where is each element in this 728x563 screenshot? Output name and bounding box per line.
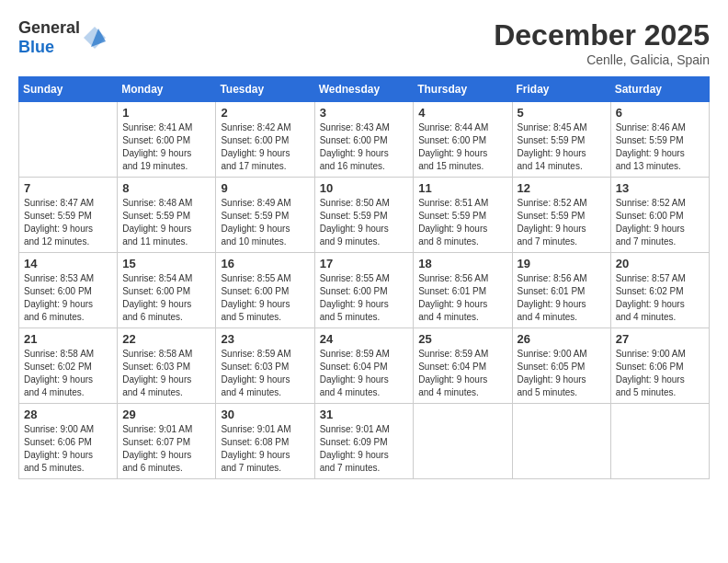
day-number: 27	[616, 332, 704, 346]
calendar-cell: 25Sunrise: 8:59 AM Sunset: 6:04 PM Dayli…	[414, 328, 512, 404]
logo-text: General Blue	[18, 18, 80, 57]
calendar-cell: 11Sunrise: 8:51 AM Sunset: 5:59 PM Dayli…	[414, 178, 512, 253]
week-row-3: 14Sunrise: 8:53 AM Sunset: 6:00 PM Dayli…	[19, 253, 710, 328]
week-row-2: 7Sunrise: 8:47 AM Sunset: 5:59 PM Daylig…	[19, 178, 710, 253]
calendar-cell: 13Sunrise: 8:52 AM Sunset: 6:00 PM Dayli…	[610, 178, 709, 253]
calendar-cell: 2Sunrise: 8:42 AM Sunset: 6:00 PM Daylig…	[216, 102, 314, 178]
day-info: Sunrise: 8:44 AM Sunset: 6:00 PM Dayligh…	[418, 121, 506, 173]
calendar-cell: 24Sunrise: 8:59 AM Sunset: 6:04 PM Dayli…	[314, 328, 414, 404]
day-info: Sunrise: 8:41 AM Sunset: 6:00 PM Dayligh…	[122, 121, 210, 173]
location-title: Cenlle, Galicia, Spain	[494, 52, 710, 67]
day-number: 1	[122, 106, 210, 120]
day-info: Sunrise: 9:01 AM Sunset: 6:07 PM Dayligh…	[122, 423, 210, 475]
day-number: 4	[418, 106, 506, 120]
day-number: 22	[122, 332, 210, 346]
day-info: Sunrise: 8:52 AM Sunset: 6:00 PM Dayligh…	[616, 197, 704, 248]
calendar-cell: 1Sunrise: 8:41 AM Sunset: 6:00 PM Daylig…	[118, 102, 216, 178]
calendar-cell: 30Sunrise: 9:01 AM Sunset: 6:08 PM Dayli…	[216, 404, 314, 479]
day-info: Sunrise: 8:55 AM Sunset: 6:00 PM Dayligh…	[320, 272, 409, 324]
calendar-cell: 10Sunrise: 8:50 AM Sunset: 5:59 PM Dayli…	[314, 178, 414, 253]
day-number: 23	[221, 332, 309, 346]
day-info: Sunrise: 8:59 AM Sunset: 6:04 PM Dayligh…	[418, 348, 506, 399]
day-info: Sunrise: 8:52 AM Sunset: 5:59 PM Dayligh…	[518, 197, 606, 248]
day-number: 29	[122, 408, 210, 421]
day-info: Sunrise: 8:57 AM Sunset: 6:02 PM Dayligh…	[616, 272, 704, 324]
day-info: Sunrise: 8:59 AM Sunset: 6:03 PM Dayligh…	[221, 348, 309, 399]
calendar-cell: 8Sunrise: 8:48 AM Sunset: 5:59 PM Daylig…	[118, 178, 216, 253]
day-info: Sunrise: 8:46 AM Sunset: 5:59 PM Dayligh…	[616, 121, 704, 173]
calendar-cell: 18Sunrise: 8:56 AM Sunset: 6:01 PM Dayli…	[414, 253, 512, 328]
day-info: Sunrise: 8:56 AM Sunset: 6:01 PM Dayligh…	[418, 272, 506, 324]
day-info: Sunrise: 8:55 AM Sunset: 6:00 PM Dayligh…	[221, 272, 309, 324]
day-info: Sunrise: 9:00 AM Sunset: 6:05 PM Dayligh…	[518, 348, 606, 399]
day-info: Sunrise: 9:01 AM Sunset: 6:08 PM Dayligh…	[221, 423, 309, 475]
day-number: 16	[221, 257, 309, 270]
logo: General Blue	[18, 18, 108, 57]
day-info: Sunrise: 8:45 AM Sunset: 5:59 PM Dayligh…	[518, 121, 606, 173]
day-number: 6	[616, 106, 704, 120]
day-info: Sunrise: 8:50 AM Sunset: 5:59 PM Dayligh…	[320, 197, 409, 248]
day-number: 12	[518, 181, 606, 195]
weekday-header-tuesday: Tuesday	[216, 77, 314, 102]
day-info: Sunrise: 8:47 AM Sunset: 5:59 PM Dayligh…	[24, 197, 112, 248]
calendar-cell: 9Sunrise: 8:49 AM Sunset: 5:59 PM Daylig…	[216, 178, 314, 253]
day-info: Sunrise: 9:01 AM Sunset: 6:09 PM Dayligh…	[320, 423, 409, 475]
day-number: 3	[320, 106, 409, 120]
day-number: 5	[518, 106, 606, 120]
day-info: Sunrise: 8:43 AM Sunset: 6:00 PM Dayligh…	[320, 121, 409, 173]
day-info: Sunrise: 8:53 AM Sunset: 6:00 PM Dayligh…	[24, 272, 112, 324]
calendar-cell: 21Sunrise: 8:58 AM Sunset: 6:02 PM Dayli…	[19, 328, 118, 404]
day-number: 15	[122, 257, 210, 270]
day-number: 7	[24, 181, 112, 195]
calendar-table: SundayMondayTuesdayWednesdayThursdayFrid…	[18, 76, 710, 479]
day-info: Sunrise: 8:54 AM Sunset: 6:00 PM Dayligh…	[122, 272, 210, 324]
day-info: Sunrise: 8:51 AM Sunset: 5:59 PM Dayligh…	[418, 197, 506, 248]
calendar-cell: 7Sunrise: 8:47 AM Sunset: 5:59 PM Daylig…	[19, 178, 118, 253]
day-number: 30	[221, 408, 309, 421]
calendar-cell: 26Sunrise: 9:00 AM Sunset: 6:05 PM Dayli…	[512, 328, 610, 404]
weekday-header-row: SundayMondayTuesdayWednesdayThursdayFrid…	[19, 77, 710, 102]
calendar-cell: 31Sunrise: 9:01 AM Sunset: 6:09 PM Dayli…	[314, 404, 414, 479]
day-info: Sunrise: 8:56 AM Sunset: 6:01 PM Dayligh…	[518, 272, 606, 324]
week-row-1: 1Sunrise: 8:41 AM Sunset: 6:00 PM Daylig…	[19, 102, 710, 178]
day-number: 9	[221, 181, 309, 195]
day-number: 10	[320, 181, 409, 195]
day-number: 28	[24, 408, 112, 421]
day-number: 20	[616, 257, 704, 270]
weekday-header-sunday: Sunday	[19, 77, 118, 102]
calendar-cell: 5Sunrise: 8:45 AM Sunset: 5:59 PM Daylig…	[512, 102, 610, 178]
weekday-header-thursday: Thursday	[414, 77, 512, 102]
weekday-header-wednesday: Wednesday	[314, 77, 414, 102]
day-info: Sunrise: 8:58 AM Sunset: 6:03 PM Dayligh…	[122, 348, 210, 399]
day-number: 24	[320, 332, 409, 346]
day-number: 11	[418, 181, 506, 195]
day-info: Sunrise: 8:48 AM Sunset: 5:59 PM Dayligh…	[122, 197, 210, 248]
day-info: Sunrise: 9:00 AM Sunset: 6:06 PM Dayligh…	[24, 423, 112, 475]
day-number: 26	[518, 332, 606, 346]
calendar-cell: 20Sunrise: 8:57 AM Sunset: 6:02 PM Dayli…	[610, 253, 709, 328]
calendar-cell: 16Sunrise: 8:55 AM Sunset: 6:00 PM Dayli…	[216, 253, 314, 328]
calendar-cell: 6Sunrise: 8:46 AM Sunset: 5:59 PM Daylig…	[610, 102, 709, 178]
calendar-cell	[610, 404, 709, 479]
calendar-cell	[19, 102, 118, 178]
title-block: December 2025 Cenlle, Galicia, Spain	[494, 18, 710, 67]
day-number: 17	[320, 257, 409, 270]
calendar-cell: 28Sunrise: 9:00 AM Sunset: 6:06 PM Dayli…	[19, 404, 118, 479]
day-number: 25	[418, 332, 506, 346]
calendar-cell: 4Sunrise: 8:44 AM Sunset: 6:00 PM Daylig…	[414, 102, 512, 178]
day-info: Sunrise: 8:42 AM Sunset: 6:00 PM Dayligh…	[221, 121, 309, 173]
calendar-cell: 12Sunrise: 8:52 AM Sunset: 5:59 PM Dayli…	[512, 178, 610, 253]
calendar-cell	[512, 404, 610, 479]
day-info: Sunrise: 8:59 AM Sunset: 6:04 PM Dayligh…	[320, 348, 409, 399]
day-number: 2	[221, 106, 309, 120]
page-header: General Blue December 2025 Cenlle, Galic…	[18, 18, 710, 67]
calendar-cell	[414, 404, 512, 479]
weekday-header-friday: Friday	[512, 77, 610, 102]
week-row-4: 21Sunrise: 8:58 AM Sunset: 6:02 PM Dayli…	[19, 328, 710, 404]
day-number: 13	[616, 181, 704, 195]
day-info: Sunrise: 9:00 AM Sunset: 6:06 PM Dayligh…	[616, 348, 704, 399]
day-info: Sunrise: 8:49 AM Sunset: 5:59 PM Dayligh…	[221, 197, 309, 248]
calendar-cell: 22Sunrise: 8:58 AM Sunset: 6:03 PM Dayli…	[118, 328, 216, 404]
day-number: 14	[24, 257, 112, 270]
calendar-cell: 3Sunrise: 8:43 AM Sunset: 6:00 PM Daylig…	[314, 102, 414, 178]
